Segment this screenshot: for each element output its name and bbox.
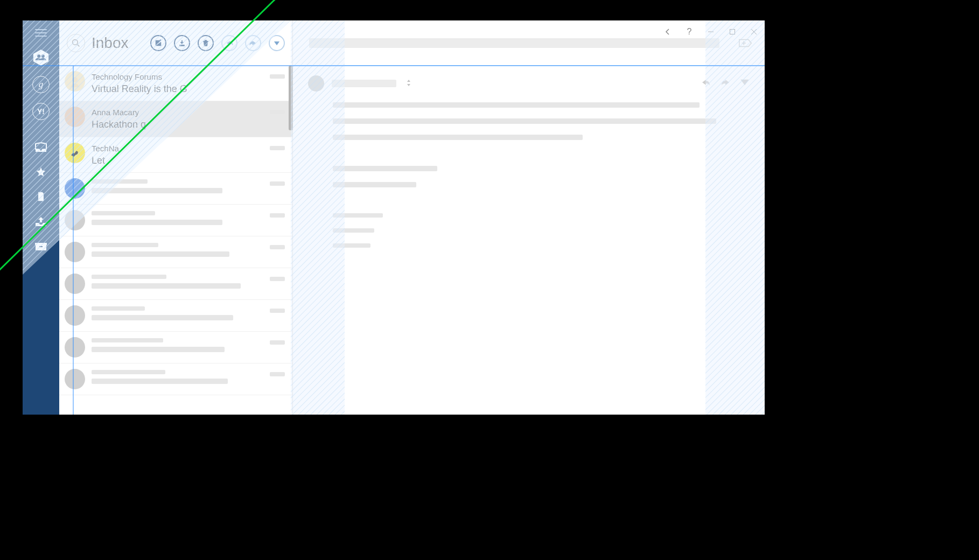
message-item[interactable] <box>59 363 292 395</box>
reading-pane: ? <box>293 20 765 415</box>
date-placeholder <box>270 110 285 114</box>
yahoo-icon: Y! <box>32 103 50 120</box>
menu-button[interactable] <box>33 25 48 41</box>
message-body <box>92 274 263 289</box>
reading-more-button[interactable] <box>740 79 750 88</box>
reading-details-toggle[interactable] <box>406 79 411 88</box>
message-item[interactable] <box>59 332 292 363</box>
reading-forward-button[interactable] <box>721 79 730 88</box>
message-list[interactable]: Technology ForumsVirtual Reality is the … <box>59 66 292 415</box>
date-placeholder <box>270 74 285 79</box>
avatar <box>65 305 85 326</box>
main-area: Inbox Techn <box>59 20 765 415</box>
help-button[interactable]: ? <box>679 20 700 43</box>
svg-rect-5 <box>39 246 43 247</box>
message-sender: Anna Macary <box>92 108 263 117</box>
reading-actions <box>701 79 750 88</box>
sort-icon <box>406 79 411 87</box>
caret-down-icon <box>273 39 281 47</box>
body-line-placeholder <box>333 213 383 218</box>
avatar <box>65 71 85 92</box>
download-button[interactable] <box>174 35 190 51</box>
subject-placeholder <box>92 220 222 225</box>
date-placeholder <box>270 277 285 281</box>
reading-body <box>293 97 765 258</box>
inbox-icon <box>34 142 47 152</box>
message-body <box>92 178 263 193</box>
svg-point-1 <box>37 54 40 58</box>
hexagon-icon <box>32 48 50 67</box>
message-item[interactable]: Anna MacaryHackathon q <box>59 101 292 137</box>
maximize-button[interactable] <box>722 20 743 43</box>
reading-from-placeholder <box>332 80 396 87</box>
svg-rect-10 <box>730 30 735 34</box>
body-line-placeholder <box>333 135 583 140</box>
back-button[interactable] <box>657 20 679 43</box>
message-item[interactable] <box>59 268 292 300</box>
download-icon <box>178 39 186 47</box>
close-icon <box>751 29 757 35</box>
sidebar-item-starred[interactable] <box>23 159 59 184</box>
message-item[interactable]: TechNaLet <box>59 137 292 173</box>
body-line-placeholder <box>333 102 700 108</box>
compose-button[interactable] <box>150 35 166 51</box>
avatar <box>65 369 85 389</box>
page-title: Inbox <box>92 34 129 52</box>
message-body: TechNaLet <box>92 143 263 167</box>
account-common[interactable] <box>32 48 50 67</box>
forward-button[interactable] <box>245 35 261 51</box>
message-item[interactable] <box>59 173 292 205</box>
message-item[interactable] <box>59 300 292 332</box>
message-subject: Hackathon q <box>92 118 263 131</box>
message-body <box>92 210 263 225</box>
reply-icon <box>226 39 233 47</box>
avatar <box>65 242 85 262</box>
avatar <box>65 107 85 127</box>
account-google[interactable]: g <box>32 75 50 94</box>
minimize-button[interactable] <box>700 20 722 43</box>
sidebar-item-archive[interactable] <box>23 234 59 258</box>
sidebar-item-inbox[interactable] <box>23 135 59 159</box>
maximize-icon <box>729 29 736 35</box>
date-placeholder <box>270 213 285 218</box>
search-button[interactable] <box>67 34 85 52</box>
svg-point-8 <box>72 77 78 82</box>
close-button[interactable] <box>743 20 765 43</box>
sender-placeholder <box>92 179 148 184</box>
message-item[interactable] <box>59 205 292 236</box>
chevron-left-icon <box>665 29 671 35</box>
list-header: Inbox <box>59 20 292 66</box>
svg-rect-4 <box>35 243 47 245</box>
avatar <box>65 337 85 358</box>
menu-icon <box>35 29 47 30</box>
scrollbar-thumb[interactable] <box>289 66 293 130</box>
message-body <box>92 242 263 257</box>
svg-rect-3 <box>36 245 46 250</box>
more-button[interactable] <box>269 35 285 51</box>
account-yahoo[interactable]: Y! <box>32 102 50 121</box>
sidebar-item-sent[interactable] <box>23 209 59 234</box>
delete-button[interactable] <box>198 35 214 51</box>
sender-placeholder <box>92 275 166 279</box>
subject-placeholder <box>92 188 222 193</box>
message-item[interactable] <box>59 236 292 268</box>
search-icon <box>72 39 80 47</box>
forward-icon <box>721 79 730 86</box>
document-icon <box>34 191 47 202</box>
body-line-placeholder <box>333 166 437 171</box>
date-placeholder <box>270 245 285 249</box>
message-body <box>92 369 263 384</box>
svg-marker-0 <box>33 50 48 66</box>
sender-placeholder <box>92 306 145 311</box>
message-list-pane: Inbox Techn <box>59 20 293 415</box>
caret-down-icon <box>740 79 750 86</box>
reading-reply-button[interactable] <box>701 79 711 88</box>
sidebar: g Y! <box>23 20 59 415</box>
svg-point-6 <box>73 39 78 45</box>
reply-button[interactable] <box>221 35 237 51</box>
trash-icon <box>202 39 209 47</box>
message-item[interactable]: Technology ForumsVirtual Reality is the … <box>59 66 292 101</box>
sidebar-item-drafts[interactable] <box>23 184 59 209</box>
message-sender: Technology Forums <box>92 72 263 82</box>
minimize-icon <box>708 29 714 35</box>
